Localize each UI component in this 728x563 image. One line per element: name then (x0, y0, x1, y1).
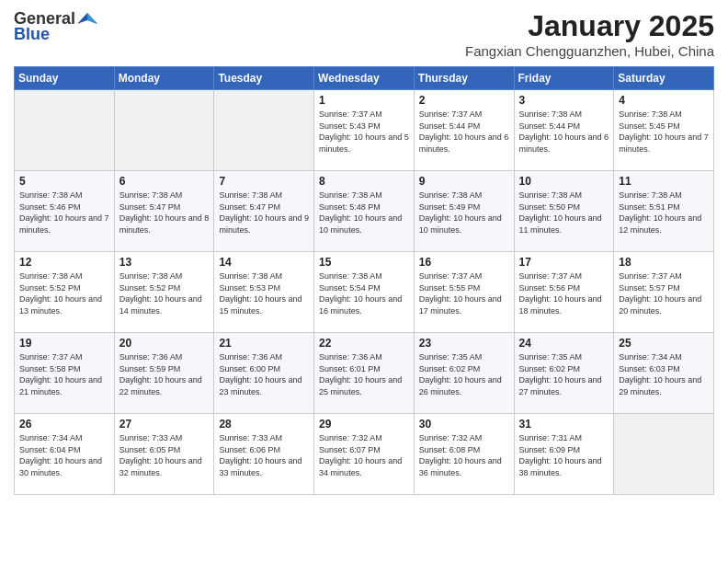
day-number: 5 (19, 175, 109, 188)
day-info: Sunrise: 7:32 AMSunset: 6:08 PMDaylight:… (419, 432, 509, 478)
calendar-cell: 29Sunrise: 7:32 AMSunset: 6:07 PMDayligh… (314, 414, 415, 495)
calendar-cell: 22Sunrise: 7:36 AMSunset: 6:01 PMDayligh… (314, 333, 415, 414)
day-info: Sunrise: 7:37 AMSunset: 5:56 PMDaylight:… (519, 270, 609, 316)
calendar-cell: 20Sunrise: 7:36 AMSunset: 5:59 PMDayligh… (114, 333, 214, 414)
day-info: Sunrise: 7:36 AMSunset: 5:59 PMDaylight:… (119, 351, 210, 397)
day-info: Sunrise: 7:38 AMSunset: 5:49 PMDaylight:… (419, 190, 509, 236)
day-info: Sunrise: 7:36 AMSunset: 6:00 PMDaylight:… (219, 351, 309, 397)
calendar-cell: 23Sunrise: 7:35 AMSunset: 6:02 PMDayligh… (414, 333, 514, 414)
weekday-header-tuesday: Tuesday (214, 67, 314, 90)
day-info: Sunrise: 7:37 AMSunset: 5:57 PMDaylight:… (619, 270, 709, 316)
calendar-cell: 21Sunrise: 7:36 AMSunset: 6:00 PMDayligh… (214, 333, 314, 414)
calendar-cell: 9Sunrise: 7:38 AMSunset: 5:49 PMDaylight… (414, 171, 514, 252)
day-info: Sunrise: 7:38 AMSunset: 5:48 PMDaylight:… (319, 190, 409, 236)
day-info: Sunrise: 7:34 AMSunset: 6:03 PMDaylight:… (619, 351, 709, 397)
calendar-cell (15, 90, 115, 171)
calendar-cell (614, 414, 714, 495)
day-number: 31 (519, 418, 609, 431)
weekday-header-thursday: Thursday (414, 67, 514, 90)
calendar-subtitle: Fangxian Chengguanzhen, Hubei, China (465, 43, 714, 59)
weekday-header-saturday: Saturday (614, 67, 714, 90)
calendar-cell: 12Sunrise: 7:38 AMSunset: 5:52 PMDayligh… (15, 252, 115, 333)
calendar-cell (114, 90, 214, 171)
day-info: Sunrise: 7:38 AMSunset: 5:44 PMDaylight:… (519, 109, 609, 155)
calendar-cell: 18Sunrise: 7:37 AMSunset: 5:57 PMDayligh… (614, 252, 714, 333)
calendar-cell: 4Sunrise: 7:38 AMSunset: 5:45 PMDaylight… (614, 90, 714, 171)
calendar-cell: 2Sunrise: 7:37 AMSunset: 5:44 PMDaylight… (414, 90, 514, 171)
day-number: 6 (119, 175, 210, 188)
day-number: 27 (119, 418, 210, 431)
day-info: Sunrise: 7:38 AMSunset: 5:47 PMDaylight:… (119, 190, 210, 236)
day-info: Sunrise: 7:37 AMSunset: 5:44 PMDaylight:… (419, 109, 509, 155)
day-number: 8 (319, 175, 409, 188)
day-info: Sunrise: 7:35 AMSunset: 6:02 PMDaylight:… (519, 351, 609, 397)
day-info: Sunrise: 7:37 AMSunset: 5:43 PMDaylight:… (319, 109, 409, 155)
calendar-cell: 5Sunrise: 7:38 AMSunset: 5:46 PMDaylight… (15, 171, 115, 252)
calendar-week-2: 5Sunrise: 7:38 AMSunset: 5:46 PMDaylight… (15, 171, 714, 252)
calendar-cell: 25Sunrise: 7:34 AMSunset: 6:03 PMDayligh… (614, 333, 714, 414)
calendar-cell: 24Sunrise: 7:35 AMSunset: 6:02 PMDayligh… (514, 333, 614, 414)
day-info: Sunrise: 7:37 AMSunset: 5:58 PMDaylight:… (19, 351, 109, 397)
day-number: 20 (119, 337, 210, 350)
calendar-week-3: 12Sunrise: 7:38 AMSunset: 5:52 PMDayligh… (15, 252, 714, 333)
calendar-cell: 6Sunrise: 7:38 AMSunset: 5:47 PMDaylight… (114, 171, 214, 252)
calendar-body: 1Sunrise: 7:37 AMSunset: 5:43 PMDaylight… (15, 90, 714, 495)
calendar-cell: 3Sunrise: 7:38 AMSunset: 5:44 PMDaylight… (514, 90, 614, 171)
day-number: 1 (319, 94, 409, 107)
day-info: Sunrise: 7:38 AMSunset: 5:53 PMDaylight:… (219, 270, 309, 316)
day-number: 7 (219, 175, 309, 188)
logo: General Blue (14, 9, 97, 44)
day-number: 2 (419, 94, 509, 107)
calendar-cell: 17Sunrise: 7:37 AMSunset: 5:56 PMDayligh… (514, 252, 614, 333)
day-info: Sunrise: 7:32 AMSunset: 6:07 PMDaylight:… (319, 432, 409, 478)
day-info: Sunrise: 7:31 AMSunset: 6:09 PMDaylight:… (519, 432, 609, 478)
calendar-cell: 27Sunrise: 7:33 AMSunset: 6:05 PMDayligh… (114, 414, 214, 495)
day-number: 11 (619, 175, 709, 188)
day-number: 29 (319, 418, 409, 431)
day-number: 19 (19, 337, 109, 350)
day-info: Sunrise: 7:37 AMSunset: 5:55 PMDaylight:… (419, 270, 509, 316)
day-info: Sunrise: 7:36 AMSunset: 6:01 PMDaylight:… (319, 351, 409, 397)
calendar-week-5: 26Sunrise: 7:34 AMSunset: 6:04 PMDayligh… (15, 414, 714, 495)
svg-marker-1 (87, 13, 97, 24)
day-info: Sunrise: 7:38 AMSunset: 5:46 PMDaylight:… (19, 190, 109, 236)
day-number: 9 (419, 175, 509, 188)
day-number: 17 (519, 256, 609, 269)
calendar-cell: 30Sunrise: 7:32 AMSunset: 6:08 PMDayligh… (414, 414, 514, 495)
calendar-cell: 14Sunrise: 7:38 AMSunset: 5:53 PMDayligh… (214, 252, 314, 333)
day-info: Sunrise: 7:35 AMSunset: 6:02 PMDaylight:… (419, 351, 509, 397)
weekday-header-sunday: Sunday (15, 67, 115, 90)
logo-blue: Blue (14, 25, 50, 44)
calendar-cell: 8Sunrise: 7:38 AMSunset: 5:48 PMDaylight… (314, 171, 415, 252)
calendar-week-4: 19Sunrise: 7:37 AMSunset: 5:58 PMDayligh… (15, 333, 714, 414)
day-info: Sunrise: 7:38 AMSunset: 5:52 PMDaylight:… (19, 270, 109, 316)
day-number: 3 (519, 94, 609, 107)
day-number: 4 (619, 94, 709, 107)
calendar-cell: 31Sunrise: 7:31 AMSunset: 6:09 PMDayligh… (514, 414, 614, 495)
calendar-week-1: 1Sunrise: 7:37 AMSunset: 5:43 PMDaylight… (15, 90, 714, 171)
day-info: Sunrise: 7:33 AMSunset: 6:06 PMDaylight:… (219, 432, 309, 478)
weekday-header-monday: Monday (114, 67, 214, 90)
day-number: 12 (19, 256, 109, 269)
day-number: 15 (319, 256, 409, 269)
day-number: 25 (619, 337, 709, 350)
day-number: 22 (319, 337, 409, 350)
logo-bird-icon (77, 11, 97, 28)
calendar-cell: 19Sunrise: 7:37 AMSunset: 5:58 PMDayligh… (15, 333, 115, 414)
day-info: Sunrise: 7:38 AMSunset: 5:47 PMDaylight:… (219, 190, 309, 236)
day-info: Sunrise: 7:38 AMSunset: 5:51 PMDaylight:… (619, 190, 709, 236)
day-number: 28 (219, 418, 309, 431)
calendar-cell (214, 90, 314, 171)
day-number: 23 (419, 337, 509, 350)
day-info: Sunrise: 7:38 AMSunset: 5:45 PMDaylight:… (619, 109, 709, 155)
calendar-cell: 15Sunrise: 7:38 AMSunset: 5:54 PMDayligh… (314, 252, 415, 333)
day-number: 26 (19, 418, 109, 431)
calendar-cell: 1Sunrise: 7:37 AMSunset: 5:43 PMDaylight… (314, 90, 415, 171)
title-block: January 2025 Fangxian Chengguanzhen, Hub… (465, 9, 714, 59)
calendar-header: SundayMondayTuesdayWednesdayThursdayFrid… (15, 67, 714, 90)
calendar-cell: 16Sunrise: 7:37 AMSunset: 5:55 PMDayligh… (414, 252, 514, 333)
day-info: Sunrise: 7:38 AMSunset: 5:50 PMDaylight:… (519, 190, 609, 236)
calendar-cell: 13Sunrise: 7:38 AMSunset: 5:52 PMDayligh… (114, 252, 214, 333)
day-number: 14 (219, 256, 309, 269)
header-row: SundayMondayTuesdayWednesdayThursdayFrid… (15, 67, 714, 90)
